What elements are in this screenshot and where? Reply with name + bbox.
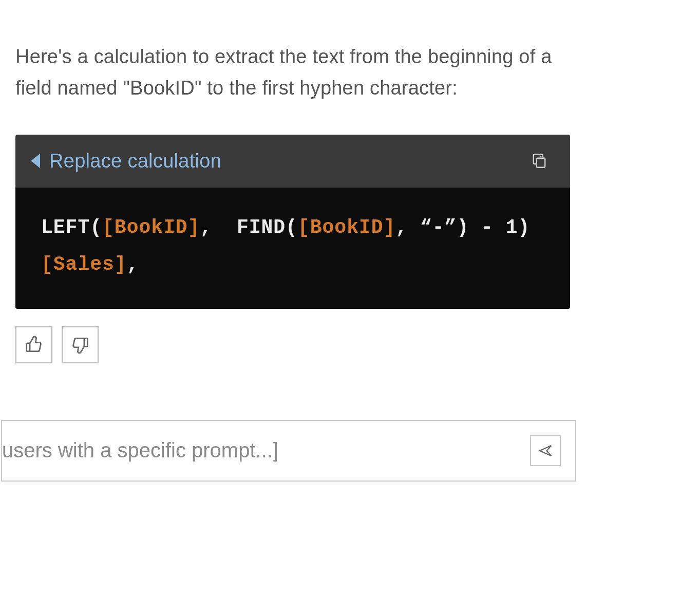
assistant-message-text: Here's a calculation to extract the text… (15, 41, 560, 104)
code-token-field-bookid: [BookID] (102, 216, 200, 238)
chevron-left-icon (31, 154, 40, 168)
thumbs-up-icon (24, 335, 44, 355)
code-token-string-open: “ (420, 216, 432, 238)
prompt-input-row (1, 420, 576, 482)
thumbs-up-button[interactable] (15, 326, 52, 363)
code-token-comma: , (127, 253, 139, 275)
svg-rect-0 (537, 158, 545, 168)
replace-calculation-label: Replace calculation (49, 150, 221, 172)
code-content: LEFT([BookID], FIND([BookID], “-”) - 1)[… (15, 188, 570, 309)
thumbs-down-icon (70, 335, 90, 355)
code-token-field-sales: [Sales] (41, 253, 127, 275)
code-token-comma: , (200, 216, 236, 238)
code-token-field-bookid: [BookID] (298, 216, 395, 238)
svg-point-1 (540, 156, 542, 157)
code-token-hyphen: - (432, 216, 445, 238)
code-block: Replace calculation LEFT([BookID], FIND(… (15, 135, 570, 309)
code-block-header: Replace calculation (15, 135, 570, 188)
send-icon (538, 443, 553, 458)
send-button[interactable] (530, 435, 561, 466)
code-token-fn-left: LEFT (41, 216, 90, 238)
code-token-comma: , (395, 216, 420, 238)
feedback-row (15, 326, 685, 363)
code-token-fn-find: FIND (237, 216, 286, 238)
copy-icon[interactable] (529, 151, 550, 171)
code-token-paren: ( (90, 216, 102, 238)
replace-calculation-button[interactable]: Replace calculation (31, 150, 221, 172)
thumbs-down-button[interactable] (62, 326, 99, 363)
prompt-input[interactable] (2, 438, 530, 463)
code-token-paren: ( (286, 216, 298, 238)
code-token-one-close: 1) (506, 216, 531, 238)
assistant-panel: Here's a calculation to extract the text… (0, 0, 700, 497)
code-token-string-close: ”) (445, 216, 469, 238)
code-token-minus: - (469, 216, 505, 238)
